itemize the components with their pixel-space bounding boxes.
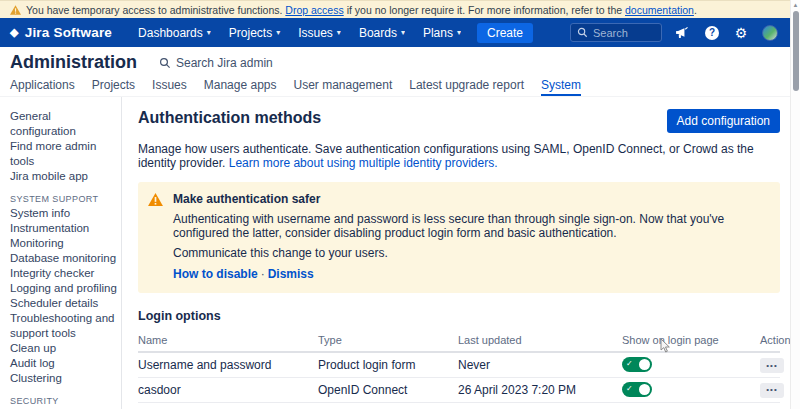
admin-search-input[interactable]: Search Jira admin bbox=[159, 56, 273, 70]
sidebar-item-clustering[interactable]: Clustering bbox=[10, 371, 117, 386]
how-to-disable-link[interactable]: How to disable bbox=[173, 267, 258, 281]
login-option-name: Username and password bbox=[138, 352, 318, 377]
sidebar-item-scheduler-details[interactable]: Scheduler details bbox=[10, 296, 117, 311]
body: General configuration Find more admin to… bbox=[0, 97, 790, 409]
sidebar-item-jira-mobile-app[interactable]: Jira mobile app bbox=[10, 169, 117, 184]
chevron-down-icon: ▾ bbox=[457, 28, 461, 37]
toggle-knob bbox=[639, 359, 650, 370]
nav-menu-boards[interactable]: Boards ▾ bbox=[359, 26, 405, 40]
make-authentication-safer-warning: Make authentication safer Authenticating… bbox=[138, 182, 780, 293]
sidebar-item-database-monitoring[interactable]: Database monitoring bbox=[10, 251, 117, 266]
sidebar-item-instrumentation[interactable]: Instrumentation bbox=[10, 221, 117, 236]
nav-menu-dashboards[interactable]: Dashboards ▾ bbox=[138, 26, 211, 40]
warning-links: How to disable·Dismiss bbox=[173, 267, 766, 281]
search-icon bbox=[577, 27, 588, 38]
announcements-button[interactable] bbox=[675, 25, 691, 41]
help-icon: ? bbox=[705, 26, 719, 40]
login-option-name: casdoor bbox=[138, 377, 318, 402]
column-header-actions: Actions bbox=[760, 329, 780, 352]
login-options-title: Login options bbox=[138, 309, 780, 323]
create-button[interactable]: Create bbox=[477, 23, 533, 43]
nav-right: Search ? ⚙ bbox=[570, 23, 778, 42]
main-content: Authentication methods Add configuration… bbox=[122, 97, 790, 409]
dismiss-link[interactable]: Dismiss bbox=[268, 267, 314, 281]
navbar: ◆ Jira Software Dashboards ▾ Projects ▾ … bbox=[0, 18, 790, 47]
sidebar-item-troubleshooting[interactable]: Troubleshooting and support tools bbox=[10, 311, 117, 341]
sidebar-section-security: SECURITY bbox=[10, 395, 117, 408]
nav-menu-plans[interactable]: Plans ▾ bbox=[423, 26, 461, 40]
scrollbar-up-arrow[interactable]: ▲ bbox=[791, 0, 800, 8]
tab-system[interactable]: System bbox=[541, 78, 581, 96]
vertical-scrollbar[interactable]: ▲ bbox=[790, 0, 800, 409]
authentication-description: Manage how users authenticate. Save auth… bbox=[138, 142, 780, 170]
login-option-last-updated: Never bbox=[458, 352, 622, 377]
user-avatar[interactable] bbox=[762, 25, 778, 41]
ellipsis-icon: ••• bbox=[766, 362, 777, 370]
sidebar-item-general-configuration[interactable]: General configuration bbox=[10, 109, 117, 139]
tab-projects[interactable]: Projects bbox=[92, 78, 135, 96]
column-header-show-on-login-page: Show on login page bbox=[622, 329, 760, 352]
warning-icon bbox=[148, 193, 163, 206]
jira-logo[interactable]: ◆ Jira Software bbox=[10, 25, 112, 40]
tab-issues[interactable]: Issues bbox=[152, 78, 187, 96]
sidebar-item-find-more-admin-tools[interactable]: Find more admin tools bbox=[10, 139, 117, 169]
documentation-link[interactable]: documentation bbox=[625, 4, 694, 16]
sidebar-item-audit-log[interactable]: Audit log bbox=[10, 356, 117, 371]
column-header-type: Type bbox=[318, 329, 458, 352]
nav-menus: Dashboards ▾ Projects ▾ Issues ▾ Boards … bbox=[138, 26, 461, 40]
admin-tabs: Applications Projects Issues Manage apps… bbox=[0, 78, 790, 97]
login-option-type: OpenID Connect bbox=[318, 377, 458, 402]
tab-applications[interactable]: Applications bbox=[10, 78, 75, 96]
chevron-down-icon: ▾ bbox=[207, 28, 211, 37]
show-on-login-toggle[interactable]: ✓ bbox=[622, 357, 652, 372]
settings-button[interactable]: ⚙ bbox=[733, 25, 749, 41]
tab-manage-apps[interactable]: Manage apps bbox=[204, 78, 277, 96]
nav-search-input[interactable]: Search bbox=[570, 23, 662, 42]
check-icon: ✓ bbox=[626, 385, 633, 393]
sidebar-item-logging-and-profiling[interactable]: Logging and profiling bbox=[10, 281, 117, 296]
admin-search-label: Search Jira admin bbox=[176, 56, 273, 70]
system-sidebar: General configuration Find more admin to… bbox=[0, 97, 122, 409]
show-on-login-toggle[interactable]: ✓ bbox=[622, 382, 652, 397]
search-icon bbox=[159, 57, 171, 69]
table-row: Username and password Product login form… bbox=[138, 352, 780, 377]
tab-user-management[interactable]: User management bbox=[294, 78, 393, 96]
warning-line-2: Communicate this change to your users. bbox=[173, 246, 766, 260]
chevron-down-icon: ▾ bbox=[401, 28, 405, 37]
table-row: casdoor OpenID Connect 26 April 2023 7:2… bbox=[138, 377, 780, 402]
nav-menu-projects[interactable]: Projects ▾ bbox=[229, 26, 280, 40]
login-option-last-updated: 26 April 2023 7:20 PM bbox=[458, 377, 622, 402]
warning-line-1: Authenticating with username and passwor… bbox=[173, 212, 766, 240]
sidebar-item-clean-up[interactable]: Clean up bbox=[10, 341, 117, 356]
scrollbar-thumb[interactable] bbox=[793, 11, 799, 91]
banner-text: You have temporary access to administrat… bbox=[26, 4, 697, 16]
nav-search-placeholder: Search bbox=[593, 27, 628, 39]
chevron-down-icon: ▾ bbox=[337, 28, 341, 37]
login-option-type: Product login form bbox=[318, 352, 458, 377]
drop-access-link[interactable]: Drop access bbox=[285, 4, 343, 16]
check-icon: ✓ bbox=[626, 360, 633, 368]
help-button[interactable]: ? bbox=[704, 25, 720, 41]
admin-header: Administration Search Jira admin bbox=[0, 47, 790, 78]
column-header-last-updated: Last updated bbox=[458, 329, 622, 352]
page-title: Administration bbox=[10, 52, 137, 73]
toggle-knob bbox=[639, 384, 650, 395]
row-actions-button[interactable]: ••• bbox=[760, 358, 784, 373]
nav-menu-issues[interactable]: Issues ▾ bbox=[298, 26, 341, 40]
row-actions-button[interactable]: ••• bbox=[760, 383, 784, 398]
sidebar-section-system-support: SYSTEM SUPPORT bbox=[10, 193, 117, 206]
sidebar-item-integrity-checker[interactable]: Integrity checker bbox=[10, 266, 117, 281]
main-header: Authentication methods Add configuration bbox=[138, 109, 780, 133]
brand-name: Jira Software bbox=[25, 25, 112, 40]
sidebar-item-system-info[interactable]: System info bbox=[10, 206, 117, 221]
section-title-authentication-methods: Authentication methods bbox=[138, 109, 321, 127]
temporary-access-banner: You have temporary access to administrat… bbox=[0, 0, 790, 18]
warning-title: Make authentication safer bbox=[173, 192, 766, 206]
tab-latest-upgrade-report[interactable]: Latest upgrade report bbox=[409, 78, 524, 96]
warning-icon bbox=[10, 5, 21, 15]
sidebar-item-monitoring[interactable]: Monitoring bbox=[10, 236, 117, 251]
add-configuration-button[interactable]: Add configuration bbox=[667, 109, 780, 133]
learn-more-link[interactable]: Learn more about using multiple identity… bbox=[229, 156, 498, 170]
gear-icon: ⚙ bbox=[735, 26, 748, 40]
ellipsis-icon: ••• bbox=[766, 386, 777, 394]
